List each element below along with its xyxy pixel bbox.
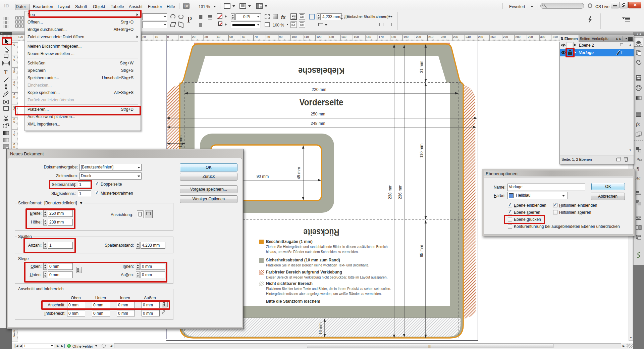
svg-text:300: 300: [540, 35, 545, 39]
svg-text:140: 140: [341, 35, 346, 39]
svg-text:280: 280: [516, 35, 521, 39]
svg-text:20: 20: [192, 35, 196, 39]
svg-text:110 mm: 110 mm: [419, 144, 424, 158]
svg-text:0: 0: [13, 145, 15, 149]
svg-text:0: 0: [13, 133, 15, 136]
svg-text:fx: fx: [636, 122, 640, 127]
svg-text:Rückseite: Rückseite: [304, 227, 339, 238]
svg-text:120: 120: [18, 35, 23, 39]
svg-text:31 mm: 31 mm: [419, 61, 424, 73]
svg-text:Aa: Aa: [635, 176, 641, 181]
svg-text:160: 160: [366, 35, 371, 39]
svg-text:95 mm: 95 mm: [419, 245, 424, 257]
svg-text:10: 10: [155, 35, 158, 39]
svg-text:16 mm: 16 mm: [318, 322, 323, 335]
svg-text:14 mm: 14 mm: [178, 136, 183, 148]
svg-text:40: 40: [217, 35, 220, 39]
svg-text:50: 50: [229, 35, 233, 39]
svg-text:90: 90: [279, 35, 282, 39]
svg-text:240: 240: [466, 35, 471, 39]
svg-text:270: 270: [503, 35, 508, 39]
svg-text:260: 260: [490, 35, 495, 39]
svg-text:80: 80: [267, 35, 270, 39]
svg-text:0: 0: [13, 58, 15, 61]
svg-text:T: T: [4, 69, 8, 76]
svg-text:110: 110: [304, 35, 309, 39]
svg-text:0: 0: [13, 95, 15, 99]
svg-text:Klebelasche: Klebelasche: [298, 66, 344, 76]
svg-text:220: 220: [441, 35, 446, 39]
svg-text:200: 200: [416, 35, 421, 39]
svg-text:45 mm: 45 mm: [297, 167, 301, 180]
svg-text:60: 60: [242, 35, 245, 39]
svg-text:0: 0: [167, 35, 169, 39]
svg-text:120: 120: [316, 35, 321, 39]
svg-text:238 mm: 238 mm: [388, 185, 392, 199]
svg-text:248 mm: 248 mm: [311, 121, 325, 126]
svg-text:0: 0: [13, 43, 15, 46]
svg-text:180: 180: [391, 35, 396, 39]
svg-text:0: 0: [13, 83, 15, 86]
svg-text:236 mm: 236 mm: [398, 185, 402, 199]
svg-text:0: 0: [13, 335, 15, 338]
svg-text:250 mm: 250 mm: [311, 112, 325, 116]
svg-text:0: 0: [13, 70, 15, 74]
svg-text:A: A: [636, 157, 640, 162]
svg-text:90 mm: 90 mm: [257, 174, 269, 179]
svg-text:Vorderseite: Vorderseite: [300, 97, 343, 107]
svg-text:20: 20: [142, 35, 146, 39]
svg-text:170: 170: [379, 35, 384, 39]
svg-text:190: 190: [404, 35, 409, 39]
svg-text:210: 210: [428, 35, 433, 39]
svg-text:290: 290: [528, 35, 533, 39]
svg-text:150: 150: [354, 35, 359, 39]
svg-text:130: 130: [329, 35, 334, 39]
svg-text:10: 10: [180, 35, 183, 39]
svg-text:70: 70: [254, 35, 258, 39]
svg-text:¶: ¶: [637, 166, 639, 171]
svg-text:30: 30: [205, 35, 208, 39]
svg-text:230: 230: [453, 35, 458, 39]
svg-text:100: 100: [291, 35, 297, 39]
svg-text:220 mm: 220 mm: [312, 87, 326, 92]
svg-text:250: 250: [478, 35, 483, 39]
svg-text:0: 0: [13, 120, 15, 123]
svg-text:310: 310: [553, 35, 558, 39]
